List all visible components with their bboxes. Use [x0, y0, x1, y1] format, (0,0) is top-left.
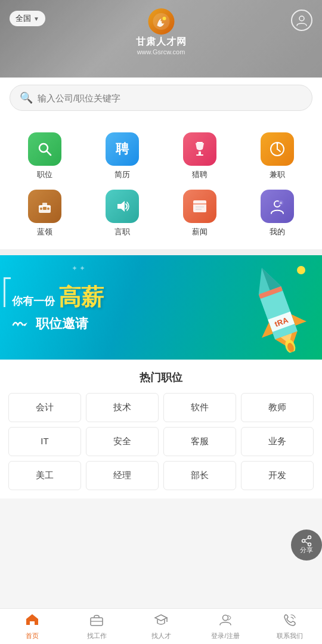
logo-icon	[148, 8, 174, 35]
svg-rect-18	[193, 200, 206, 212]
user-icon[interactable]	[291, 10, 312, 31]
svg-line-10	[277, 149, 280, 151]
mine-icon-box: +	[261, 190, 294, 223]
headhunt-label: 猎聘	[192, 169, 208, 180]
jobs-grid: 会计技术软件教师IT安全客服业务美工经理部长开发	[0, 391, 322, 499]
hot-jobs-section: 热门职位 会计技术软件教师IT安全客服业务美工经理部长开发	[0, 360, 322, 499]
voice-label: 言职	[114, 227, 130, 237]
voice-icon-box	[106, 190, 139, 223]
parttime-label: 兼职	[270, 169, 285, 180]
icon-grid: 职位 聘 简历 猎聘 兼职	[0, 120, 322, 249]
quick-icon-position[interactable]: 职位	[6, 132, 83, 180]
svg-marker-17	[117, 201, 125, 212]
resume-label: 简历	[114, 169, 130, 180]
quick-icon-voice[interactable]: 言职	[83, 190, 161, 237]
banner-line2: 职位邀请	[36, 315, 88, 333]
location-text: 全国	[16, 13, 31, 24]
job-tag[interactable]: 安全	[86, 427, 159, 456]
chevron-down-icon: ▼	[33, 16, 39, 22]
search-icon: 🔍	[20, 91, 33, 104]
logo-name: 甘肃人才网	[136, 36, 187, 48]
salary-icon-box	[183, 190, 216, 223]
bluecollar-icon-box	[28, 190, 61, 223]
svg-point-15	[40, 208, 42, 210]
banner-highlight: 高薪	[58, 282, 104, 312]
banner-prefix: 你有一份	[12, 294, 55, 308]
location-button[interactable]: 全国 ▼	[10, 11, 45, 26]
logo-url: www.Gsrcw.com	[137, 48, 185, 55]
svg-line-34	[305, 538, 308, 540]
job-tag[interactable]: IT	[8, 427, 81, 456]
job-tag[interactable]: 会计	[8, 393, 81, 422]
search-bar[interactable]: 🔍	[10, 85, 312, 111]
search-section: 🔍	[0, 78, 322, 120]
job-tag[interactable]: 软件	[163, 393, 236, 422]
job-tag[interactable]: 客服	[163, 427, 236, 456]
hot-jobs-title: 热门职位	[0, 360, 322, 391]
job-tag[interactable]: 业务	[241, 427, 314, 456]
search-input[interactable]	[38, 93, 302, 103]
banner[interactable]: ✦ ✦ 你有一份 高薪 职位邀请	[0, 255, 322, 360]
headhunt-icon-box	[183, 132, 216, 166]
quick-icon-bluecollar[interactable]: 蓝领	[6, 190, 83, 237]
position-label: 职位	[37, 169, 52, 180]
divider-1	[0, 249, 322, 255]
parttime-icon-box	[261, 132, 294, 166]
bluecollar-label: 蓝领	[37, 227, 52, 237]
salary-label: 薪闻	[192, 227, 208, 237]
quick-icon-resume[interactable]: 聘 简历	[83, 132, 161, 180]
svg-point-33	[302, 540, 305, 540]
position-icon-box	[28, 132, 61, 166]
svg-point-16	[47, 208, 49, 210]
job-tag[interactable]: 开发	[241, 461, 314, 490]
job-tag[interactable]: 经理	[86, 461, 159, 490]
job-tag[interactable]: 部长	[163, 461, 236, 490]
job-tag[interactable]: 技术	[86, 393, 159, 422]
banner-line1: 你有一份 高薪	[12, 282, 104, 312]
quick-icon-mine[interactable]: + 我的	[239, 190, 316, 237]
svg-text:+: +	[280, 201, 282, 205]
quick-icon-salary[interactable]: 薪闻	[161, 190, 239, 237]
mine-label: 我的	[270, 227, 285, 237]
svg-rect-7	[196, 154, 203, 156]
svg-line-4	[47, 151, 51, 155]
svg-point-2	[299, 16, 304, 21]
svg-point-11	[277, 143, 278, 145]
resume-icon-box: 聘	[106, 132, 139, 166]
logo: 甘肃人才网 www.Gsrcw.com	[136, 8, 187, 55]
svg-point-1	[162, 17, 166, 20]
job-tag[interactable]: 教师	[241, 393, 314, 422]
svg-rect-13	[42, 203, 47, 206]
quick-icon-headhunt[interactable]: 猎聘	[161, 132, 239, 180]
banner-illustration: tRA	[239, 261, 310, 354]
svg-rect-14	[43, 207, 47, 210]
quick-icon-parttime[interactable]: 兼职	[239, 132, 316, 180]
header: 全国 ▼ 甘肃人才网 www.Gsrcw.com	[0, 0, 322, 78]
job-tag[interactable]: 美工	[8, 461, 81, 490]
